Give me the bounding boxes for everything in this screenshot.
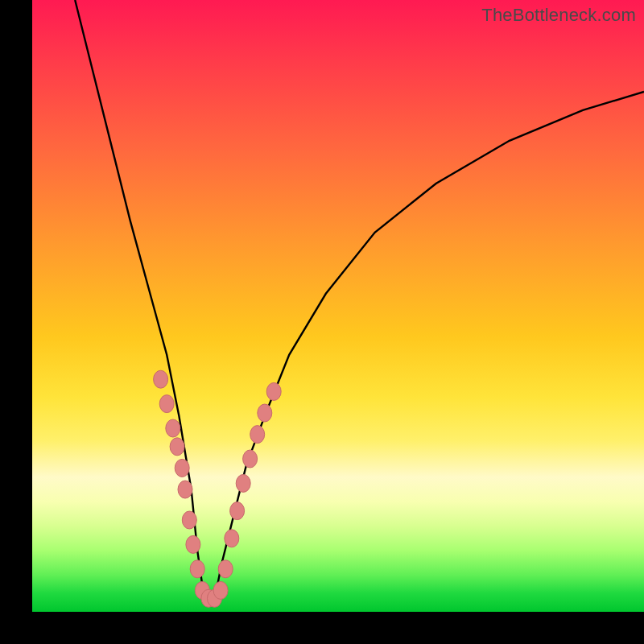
- highlight-dot: [218, 560, 233, 578]
- highlight-dot: [170, 438, 184, 456]
- highlight-dot: [190, 560, 204, 578]
- highlight-dot: [243, 450, 258, 468]
- highlight-dot: [225, 530, 239, 547]
- bottleneck-curve-path: [75, 0, 644, 600]
- chart-frame: TheBottleneck.com: [0, 0, 644, 644]
- highlight-dot: [213, 581, 228, 599]
- highlight-dot: [159, 395, 174, 413]
- highlight-dot: [178, 481, 192, 498]
- plot-area: TheBottleneck.com: [32, 0, 644, 612]
- highlight-dot: [266, 382, 281, 400]
- highlight-dot: [195, 581, 209, 599]
- curve-svg: [32, 0, 644, 612]
- highlight-dot: [154, 370, 168, 388]
- highlight-dot: [230, 502, 245, 520]
- highlight-dot: [236, 474, 250, 492]
- highlight-dot: [258, 404, 272, 422]
- highlight-dot: [166, 419, 180, 437]
- highlight-dot: [182, 511, 196, 529]
- highlight-dot: [201, 589, 216, 607]
- highlight-dot: [250, 426, 265, 444]
- watermark-text: TheBottleneck.com: [481, 5, 636, 26]
- highlight-dot: [186, 535, 200, 553]
- highlight-dot: [175, 459, 189, 477]
- highlight-dot: [208, 589, 222, 607]
- highlight-dots-group: [154, 370, 282, 607]
